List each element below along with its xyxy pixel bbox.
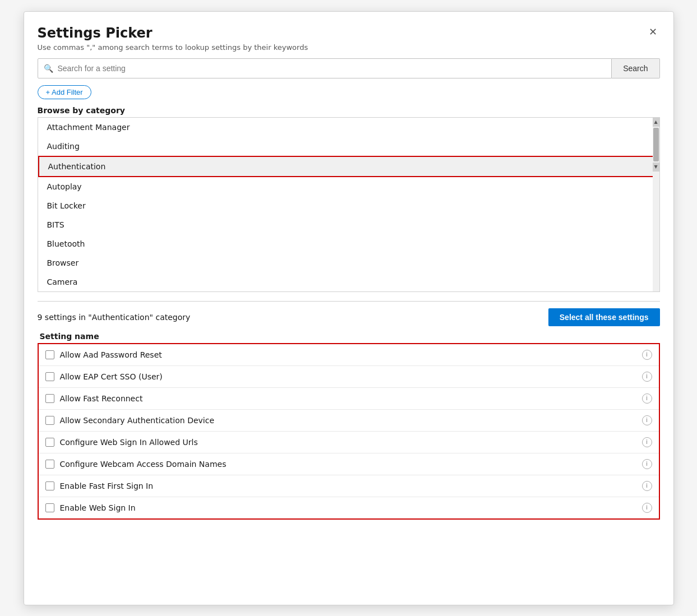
settings-column-header: Setting name — [38, 332, 660, 341]
setting-checkbox-allow-eap[interactable] — [45, 372, 54, 381]
setting-name-enable-fast-sign: Enable Fast First Sign In — [60, 481, 154, 490]
dialog-subtitle: Use commas "," among search terms to loo… — [38, 43, 660, 52]
setting-name-allow-fast: Allow Fast Reconnect — [60, 394, 143, 403]
category-item-bits[interactable]: BITS — [38, 215, 659, 234]
setting-checkbox-allow-aad[interactable] — [45, 350, 54, 359]
settings-section: 9 settings in "Authentication" category … — [24, 302, 673, 605]
search-input[interactable] — [58, 64, 606, 73]
scroll-down-arrow[interactable]: ▼ — [653, 163, 659, 172]
search-button[interactable]: Search — [612, 58, 659, 78]
setting-row-allow-secondary: Allow Secondary Authentication Devicei — [39, 410, 659, 432]
setting-left-configure-webcam: Configure Webcam Access Domain Names — [45, 460, 227, 469]
info-icon-allow-fast[interactable]: i — [642, 393, 652, 404]
setting-name-allow-aad: Allow Aad Password Reset — [60, 350, 162, 359]
setting-left-configure-web-sign: Configure Web Sign In Allowed Urls — [45, 438, 198, 447]
search-row: 🔍 Search — [24, 58, 673, 85]
close-button[interactable]: ✕ — [644, 23, 662, 41]
setting-checkbox-allow-secondary[interactable] — [45, 416, 54, 425]
setting-checkbox-configure-webcam[interactable] — [45, 460, 54, 469]
setting-checkbox-enable-fast-sign[interactable] — [45, 481, 54, 490]
setting-checkbox-enable-web-sign[interactable] — [45, 503, 54, 512]
info-icon-configure-webcam[interactable]: i — [642, 459, 652, 469]
category-item-attachment-manager[interactable]: Attachment Manager — [38, 118, 659, 137]
info-icon-allow-eap[interactable]: i — [642, 372, 652, 382]
setting-name-configure-web-sign: Configure Web Sign In Allowed Urls — [60, 438, 198, 447]
setting-row-configure-webcam: Configure Webcam Access Domain Namesi — [39, 453, 659, 475]
info-icon-allow-secondary[interactable]: i — [642, 415, 652, 425]
info-icon-allow-aad[interactable]: i — [642, 350, 652, 360]
setting-name-allow-eap: Allow EAP Cert SSO (User) — [60, 372, 163, 381]
setting-row-allow-aad: Allow Aad Password Reseti — [39, 344, 659, 366]
settings-header-row: 9 settings in "Authentication" category … — [38, 308, 660, 326]
close-icon: ✕ — [649, 26, 657, 38]
category-item-bitlocker[interactable]: Bit Locker — [38, 196, 659, 215]
setting-name-allow-secondary: Allow Secondary Authentication Device — [60, 416, 215, 425]
select-all-button[interactable]: Select all these settings — [548, 308, 660, 326]
setting-row-enable-fast-sign: Enable Fast First Sign Ini — [39, 475, 659, 497]
setting-name-configure-webcam: Configure Webcam Access Domain Names — [60, 460, 227, 469]
scroll-thumb[interactable] — [653, 128, 659, 161]
dialog-title: Settings Picker — [38, 25, 660, 41]
category-item-browser[interactable]: Browser — [38, 253, 659, 272]
filter-row: + Add Filter — [24, 85, 673, 106]
setting-checkbox-allow-fast[interactable] — [45, 394, 54, 403]
search-icon: 🔍 — [44, 64, 53, 73]
info-icon-enable-fast-sign[interactable]: i — [642, 481, 652, 491]
setting-left-enable-fast-sign: Enable Fast First Sign In — [45, 481, 154, 490]
info-icon-enable-web-sign[interactable]: i — [642, 503, 652, 513]
setting-left-allow-secondary: Allow Secondary Authentication Device — [45, 416, 215, 425]
setting-left-allow-eap: Allow EAP Cert SSO (User) — [45, 372, 163, 381]
setting-row-enable-web-sign: Enable Web Sign Ini — [39, 497, 659, 518]
add-filter-button[interactable]: + Add Filter — [38, 85, 91, 99]
category-list: Attachment ManagerAuditingAuthentication… — [38, 118, 659, 291]
setting-row-configure-web-sign: Configure Web Sign In Allowed Urlsi — [39, 432, 659, 453]
dialog-header: Settings Picker Use commas "," among sea… — [24, 25, 673, 58]
setting-row-allow-eap: Allow EAP Cert SSO (User)i — [39, 366, 659, 388]
browse-section: Browse by category Attachment ManagerAud… — [24, 106, 673, 292]
setting-name-enable-web-sign: Enable Web Sign In — [60, 503, 136, 512]
category-item-autoplay[interactable]: Autoplay — [38, 177, 659, 196]
scroll-up-arrow[interactable]: ▲ — [653, 118, 659, 127]
setting-row-allow-fast: Allow Fast Reconnecti — [39, 388, 659, 410]
setting-checkbox-configure-web-sign[interactable] — [45, 438, 54, 447]
settings-count: 9 settings in "Authentication" category — [38, 313, 191, 322]
settings-list: Allow Aad Password ResetiAllow EAP Cert … — [38, 343, 660, 520]
search-input-wrap: 🔍 — [38, 58, 612, 78]
category-list-wrap: Attachment ManagerAuditingAuthentication… — [38, 117, 660, 292]
category-item-authentication[interactable]: Authentication — [38, 156, 659, 177]
settings-picker-dialog: Settings Picker Use commas "," among sea… — [24, 11, 674, 605]
category-item-bluetooth[interactable]: Bluetooth — [38, 234, 659, 253]
category-item-auditing[interactable]: Auditing — [38, 137, 659, 156]
setting-left-allow-aad: Allow Aad Password Reset — [45, 350, 162, 359]
browse-title: Browse by category — [38, 106, 660, 115]
scrollbar: ▲ ▼ — [653, 118, 659, 291]
setting-left-enable-web-sign: Enable Web Sign In — [45, 503, 136, 512]
setting-left-allow-fast: Allow Fast Reconnect — [45, 394, 143, 403]
category-item-camera[interactable]: Camera — [38, 272, 659, 291]
info-icon-configure-web-sign[interactable]: i — [642, 437, 652, 447]
